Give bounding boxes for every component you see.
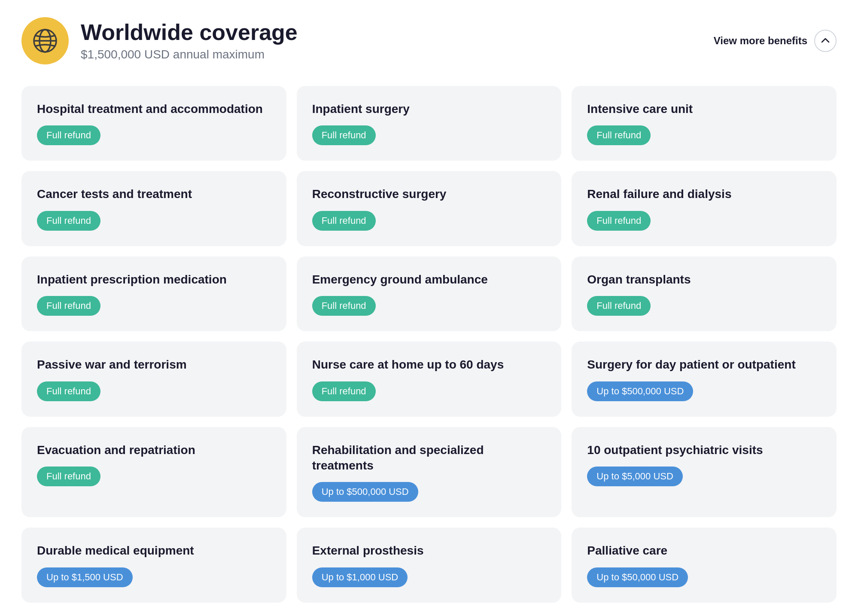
card-nurse-care: Nurse care at home up to 60 daysFull ref… [297, 342, 562, 416]
card-badge-outpatient-psychiatric: Up to $5,000 USD [587, 467, 683, 486]
globe-icon [21, 17, 69, 64]
card-organ-transplants: Organ transplantsFull refund [572, 256, 837, 331]
page-subtitle: $1,500,000 USD annual maximum [81, 48, 298, 61]
card-badge-palliative-care: Up to $50,000 USD [587, 567, 688, 587]
card-emergency-ambulance: Emergency ground ambulanceFull refund [297, 256, 562, 331]
card-inpatient-prescription: Inpatient prescription medicationFull re… [21, 256, 286, 331]
card-title-evacuation-repatriation: Evacuation and repatriation [37, 442, 271, 458]
card-badge-intensive-care-unit: Full refund [587, 125, 651, 145]
card-inpatient-surgery: Inpatient surgeryFull refund [297, 86, 562, 161]
card-title-outpatient-psychiatric: 10 outpatient psychiatric visits [587, 442, 821, 458]
card-title-nurse-care: Nurse care at home up to 60 days [312, 357, 546, 372]
card-badge-organ-transplants: Full refund [587, 296, 651, 316]
card-hospital-treatment: Hospital treatment and accommodationFull… [21, 86, 286, 161]
card-badge-cancer-tests: Full refund [37, 211, 100, 231]
card-badge-durable-medical: Up to $1,500 USD [37, 567, 133, 587]
card-renal-failure: Renal failure and dialysisFull refund [572, 171, 837, 246]
card-surgery-day-patient: Surgery for day patient or outpatientUp … [572, 342, 837, 416]
card-outpatient-psychiatric: 10 outpatient psychiatric visitsUp to $5… [572, 427, 837, 518]
card-passive-war: Passive war and terrorismFull refund [21, 342, 286, 416]
card-evacuation-repatriation: Evacuation and repatriationFull refund [21, 427, 286, 518]
card-badge-emergency-ambulance: Full refund [312, 296, 376, 316]
card-reconstructive-surgery: Reconstructive surgeryFull refund [297, 171, 562, 246]
card-badge-external-prosthesis: Up to $1,000 USD [312, 567, 408, 587]
card-intensive-care-unit: Intensive care unitFull refund [572, 86, 837, 161]
card-rehabilitation: Rehabilitation and specialized treatment… [297, 427, 562, 518]
card-badge-renal-failure: Full refund [587, 211, 651, 231]
card-title-passive-war: Passive war and terrorism [37, 357, 271, 372]
card-title-inpatient-surgery: Inpatient surgery [312, 101, 546, 117]
card-title-cancer-tests: Cancer tests and treatment [37, 186, 271, 202]
card-badge-passive-war: Full refund [37, 381, 100, 401]
page-header: Worldwide coverage $1,500,000 USD annual… [21, 17, 837, 64]
header-left: Worldwide coverage $1,500,000 USD annual… [21, 17, 298, 64]
card-external-prosthesis: External prosthesisUp to $1,000 USD [297, 528, 562, 602]
card-title-rehabilitation: Rehabilitation and specialized treatment… [312, 442, 546, 474]
header-text: Worldwide coverage $1,500,000 USD annual… [81, 20, 298, 61]
card-palliative-care: Palliative careUp to $50,000 USD [572, 528, 837, 602]
view-more-button[interactable]: View more benefits [714, 35, 807, 47]
card-badge-surgery-day-patient: Up to $500,000 USD [587, 381, 693, 401]
page-title: Worldwide coverage [81, 20, 298, 45]
card-title-palliative-care: Palliative care [587, 543, 821, 558]
card-cancer-tests: Cancer tests and treatmentFull refund [21, 171, 286, 246]
benefits-grid: Hospital treatment and accommodationFull… [21, 86, 837, 603]
card-title-renal-failure: Renal failure and dialysis [587, 186, 821, 202]
card-badge-inpatient-prescription: Full refund [37, 296, 100, 316]
card-title-surgery-day-patient: Surgery for day patient or outpatient [587, 357, 821, 372]
card-durable-medical: Durable medical equipmentUp to $1,500 US… [21, 528, 286, 602]
collapse-button[interactable] [814, 30, 837, 52]
card-badge-nurse-care: Full refund [312, 381, 376, 401]
card-title-external-prosthesis: External prosthesis [312, 543, 546, 558]
card-badge-hospital-treatment: Full refund [37, 125, 100, 145]
card-title-intensive-care-unit: Intensive care unit [587, 101, 821, 117]
card-title-emergency-ambulance: Emergency ground ambulance [312, 272, 546, 287]
header-right: View more benefits [714, 30, 837, 52]
card-title-durable-medical: Durable medical equipment [37, 543, 271, 558]
card-title-organ-transplants: Organ transplants [587, 272, 821, 287]
card-badge-rehabilitation: Up to $500,000 USD [312, 482, 418, 502]
card-title-inpatient-prescription: Inpatient prescription medication [37, 272, 271, 287]
card-badge-reconstructive-surgery: Full refund [312, 211, 376, 231]
card-badge-evacuation-repatriation: Full refund [37, 467, 100, 486]
chevron-up-icon [820, 36, 831, 46]
card-title-hospital-treatment: Hospital treatment and accommodation [37, 101, 271, 117]
card-title-reconstructive-surgery: Reconstructive surgery [312, 186, 546, 202]
globe-svg [31, 27, 59, 55]
card-badge-inpatient-surgery: Full refund [312, 125, 376, 145]
